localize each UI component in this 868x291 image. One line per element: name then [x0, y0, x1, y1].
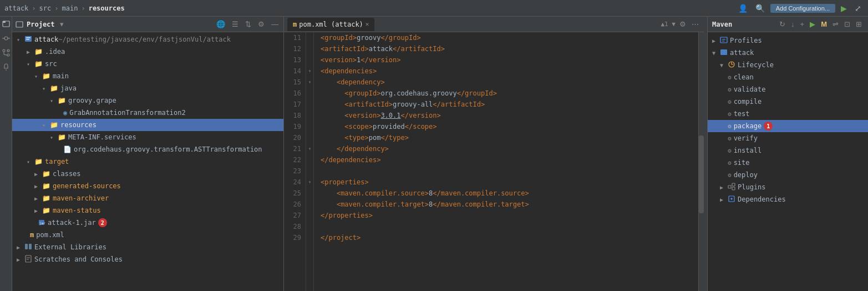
maven-link-button[interactable]: ⇌: [831, 19, 840, 29]
tree-item-meta-inf[interactable]: ▾ 📁 META-INF.services: [12, 131, 283, 143]
tree-item-attack-root[interactable]: ▾ attack ~/pentesting/javasec/env/fastjs…: [12, 33, 283, 46]
tree-item-java[interactable]: ▾ 📁 java: [12, 82, 283, 94]
tree-item-attack-jar[interactable]: jar attack-1.jar 2: [12, 217, 283, 229]
maven-item-profiles[interactable]: ▶ Profiles: [708, 34, 868, 47]
maven-refresh-button[interactable]: ↻: [778, 19, 787, 29]
project-panel-icon: [16, 21, 23, 28]
breadcrumb-src[interactable]: src: [39, 4, 52, 12]
tree-item-main[interactable]: ▾ 📁 main: [12, 70, 283, 82]
project-panel: Project ▾ 🌐 ☰ ⇅ ⚙ — ▾ attack ~/pentestin…: [12, 17, 284, 291]
maven-panel: Maven ↻ ↓ + ▶ M ⇌ ⊡ ⊞ ▶ Profiles: [707, 17, 868, 291]
svg-point-5: [3, 49, 5, 52]
maven-item-compile[interactable]: ⚙ compile: [708, 96, 868, 108]
tree-label-resources: resources: [60, 121, 97, 129]
folder-icon-idea: 📁: [34, 48, 43, 56]
fold-arrow-21[interactable]: ▾: [306, 143, 313, 154]
tree-item-ext-libs[interactable]: ▶ External Libraries: [12, 241, 283, 253]
panel-list-button[interactable]: ☰: [230, 19, 240, 29]
search-icon[interactable]: 🔍: [753, 3, 767, 14]
editor-toolbar: ▲1 ▼ ⚙ ⋯: [661, 19, 701, 29]
maven-item-install[interactable]: ⚙ install: [708, 144, 868, 157]
tree-arrow-attack: ▾: [17, 37, 24, 43]
maven-item-plugins[interactable]: ▶ Plugins: [708, 181, 868, 193]
expand-button[interactable]: ⤢: [852, 3, 864, 14]
tree-item-generated-sources[interactable]: ▶ 📁 generated-sources: [12, 180, 283, 192]
tree-label-main: main: [53, 72, 69, 80]
breadcrumb-attack[interactable]: attack: [4, 4, 28, 12]
project-icon[interactable]: [1, 19, 11, 29]
maven-run-button[interactable]: ▶: [808, 19, 817, 29]
maven-add-button[interactable]: +: [799, 19, 806, 29]
panel-dropdown-button[interactable]: ▾: [58, 19, 65, 29]
panel-globe-button[interactable]: 🌐: [215, 19, 227, 29]
tree-item-scratches[interactable]: ▶ Scratches and Consoles: [12, 253, 283, 265]
editor-more-button[interactable]: ⋯: [690, 19, 701, 29]
breadcrumb-main[interactable]: main: [62, 4, 78, 12]
tree-item-grab-file[interactable]: ◉ GrabAnnotationTransformation2: [12, 107, 283, 119]
fold-arrow-24[interactable]: ▾: [306, 177, 313, 188]
panel-settings-button[interactable]: ⚙: [256, 19, 266, 29]
breadcrumb-resources[interactable]: resources: [89, 4, 125, 12]
maven-item-package[interactable]: ⚙ package 1: [708, 120, 868, 132]
tree-item-resources[interactable]: ▾ 📁 resources: [12, 119, 283, 131]
maven-item-attack[interactable]: ▼ attack: [708, 47, 868, 59]
svg-rect-29: [732, 187, 735, 190]
maven-dependencies-icon: [728, 195, 735, 204]
maven-icon-button[interactable]: M: [819, 19, 829, 29]
commit-icon[interactable]: [1, 33, 11, 43]
requests-icon[interactable]: [1, 48, 11, 58]
run-button[interactable]: ▶: [839, 3, 849, 14]
editor-content: 11 12 13 14 15 16 17 18 19 20 21 22 23 2…: [284, 32, 704, 291]
tree-label-classes: classes: [53, 170, 81, 178]
tree-item-transform[interactable]: 📄 org.codehaus.groovy.transform.ASTTrans…: [12, 143, 283, 155]
tree-item-groovy-grape[interactable]: ▾ 📁 groovy.grape: [12, 94, 283, 107]
maven-gear-install: ⚙: [728, 147, 732, 154]
panel-close-button[interactable]: —: [270, 19, 280, 29]
user-icon[interactable]: 👤: [736, 3, 750, 14]
code-line-14: <dependencies>: [321, 66, 692, 77]
tree-arrow-ext-libs: ▶: [17, 244, 24, 250]
editor-tabs: m pom.xml (attack) ✕ ▲1 ▼ ⚙ ⋯: [284, 17, 704, 32]
maven-download-button[interactable]: ↓: [789, 19, 796, 29]
maven-item-verify[interactable]: ⚙ verify: [708, 132, 868, 144]
tree-item-classes[interactable]: ▶ 📁 classes: [12, 168, 283, 180]
fold-arrow-15[interactable]: ▾: [306, 77, 313, 88]
tree-arrow-resources: ▾: [42, 122, 50, 128]
editor-gear-button[interactable]: ⚙: [678, 19, 688, 29]
maven-label-install: install: [734, 147, 762, 154]
maven-item-lifecycle[interactable]: ▼ Lifecycle: [708, 59, 868, 71]
fold-arrow-14[interactable]: ▾: [306, 66, 313, 77]
maven-file-icon: m: [30, 231, 34, 239]
maven-item-validate[interactable]: ⚙ validate: [708, 83, 868, 96]
notifications-icon[interactable]: [1, 62, 11, 72]
line-numbers: 11 12 13 14 15 16 17 18 19 20 21 22 23 2…: [284, 32, 306, 291]
tree-label-generated-sources: generated-sources: [53, 182, 121, 190]
tree-item-pom-xml[interactable]: m pom.xml: [12, 229, 283, 241]
maven-item-test[interactable]: ⚙ test: [708, 108, 868, 120]
folder-icon-resources: 📁: [50, 121, 58, 129]
tree-item-maven-archiver[interactable]: ▶ 📁 maven-archiver: [12, 192, 283, 204]
code-line-17: <artifactId>groovy-all</artifactId>: [321, 99, 692, 110]
tree-item-target[interactable]: ▾ 📁 target: [12, 155, 283, 168]
panel-align-button[interactable]: ⇅: [243, 19, 253, 29]
maven-item-site[interactable]: ⚙ site: [708, 157, 868, 169]
editor-scrollbar[interactable]: [698, 32, 704, 291]
add-configuration-button[interactable]: Add Configuration...: [770, 4, 835, 13]
tree-item-idea[interactable]: ▶ 📁 .idea: [12, 46, 283, 58]
maven-collapse-button[interactable]: ⊡: [842, 19, 852, 29]
maven-item-deploy[interactable]: ⚙ deploy: [708, 169, 868, 181]
maven-lifecycle-icon: [728, 61, 735, 70]
editor-tab-pom-xml[interactable]: m pom.xml (attack) ✕: [287, 18, 374, 31]
tab-close-button[interactable]: ✕: [366, 21, 369, 28]
tree-arrow-meta-inf: ▾: [50, 134, 58, 141]
tree-item-maven-status[interactable]: ▶ 📁 maven-status: [12, 204, 283, 217]
maven-item-clean[interactable]: ⚙ clean: [708, 71, 868, 83]
tree-label-ext-libs: External Libraries: [34, 243, 106, 251]
maven-expand-button[interactable]: ⊞: [854, 19, 864, 29]
maven-item-dependencies[interactable]: ▶ Dependencies: [708, 193, 868, 205]
code-editor[interactable]: <groupId>groovy</groupId> <artifactId>at…: [314, 32, 698, 291]
tree-item-src[interactable]: ▾ 📁 src: [12, 58, 283, 70]
code-line-21: </dependency>: [321, 143, 692, 154]
tab-label: pom.xml (attack): [299, 21, 363, 28]
maven-label-lifecycle: Lifecycle: [738, 61, 774, 69]
